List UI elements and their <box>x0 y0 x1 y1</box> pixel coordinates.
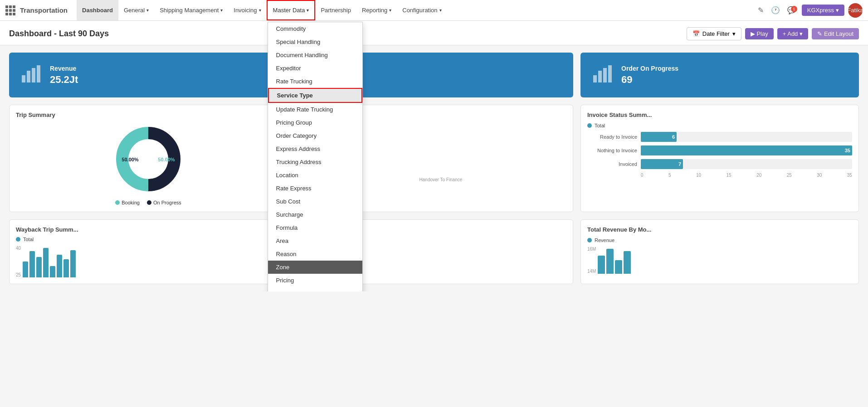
menu-item-expeditor[interactable]: Expeditor <box>268 62 362 75</box>
revenue-legend-dot <box>587 238 592 242</box>
donut-chart: 50.00% 50.00% <box>112 123 185 195</box>
bar-fill-ready: 6 <box>641 132 677 142</box>
edit-layout-btn[interactable]: ✎ Edit Layout <box>812 28 859 39</box>
menu-item-reason[interactable]: Reason <box>268 247 362 261</box>
calendar-icon: 📅 <box>692 30 700 37</box>
menu-item-document-handling[interactable]: Document Handling <box>268 48 362 62</box>
order-label: Order On Progress <box>621 65 678 72</box>
rev-bar-1 <box>598 256 605 274</box>
app-brand: Transportation <box>20 6 68 14</box>
clock-icon-btn[interactable]: 🕐 <box>769 4 782 16</box>
menu-item-formula[interactable]: Formula <box>268 221 362 234</box>
w-bar-7 <box>63 259 69 277</box>
revenue-icon <box>20 62 43 88</box>
nav-item-reporting[interactable]: Reporting ▾ <box>356 0 397 20</box>
nav-items: Dashboard General ▾ Shipping Management … <box>77 0 447 20</box>
svg-text:50.00%: 50.00% <box>122 157 139 162</box>
revenue-legend: Revenue <box>587 237 852 243</box>
invoice-legend-dot <box>587 123 592 128</box>
menu-item-location[interactable]: Location <box>268 169 362 182</box>
wayback-card: Wayback Trip Summ... Total 4025 <box>9 219 288 284</box>
shipping-arrow: ▾ <box>220 8 223 13</box>
edit-icon-btn[interactable]: ✎ <box>756 4 766 16</box>
svg-rect-0 <box>22 75 25 82</box>
date-filter-btn[interactable]: 📅 Date Filter ▾ <box>687 27 741 40</box>
nav-item-invoicing[interactable]: Invoicing ▾ <box>228 0 266 20</box>
menu-item-express-address[interactable]: Express Address <box>268 142 362 155</box>
w-bar-3 <box>36 257 42 277</box>
general-arrow: ▾ <box>146 8 149 13</box>
menu-item-pricing-group[interactable]: Pricing Group <box>268 116 362 129</box>
date-filter-arrow: ▾ <box>732 30 736 37</box>
w-bar-4 <box>43 248 49 277</box>
app-grid-icon[interactable] <box>5 5 15 15</box>
menu-item-sub-cost[interactable]: Sub Cost <box>268 195 362 208</box>
wayback-bars <box>23 248 281 277</box>
bar-fill-invoiced: 7 <box>641 159 683 169</box>
menu-item-service-type[interactable]: Service Type <box>268 88 362 103</box>
nav-item-configuration[interactable]: Configuration ▾ <box>397 0 447 20</box>
total-revenue-title: Total Revenue By Mo... <box>587 226 852 233</box>
menu-item-trucking-address[interactable]: Trucking Address <box>268 155 362 169</box>
menu-item-order-category[interactable]: Order Category <box>268 129 362 142</box>
bar-label-ready: Ready to Invoice <box>587 134 637 140</box>
bar-track-ready: 6 <box>641 132 852 142</box>
nav-item-shipping[interactable]: Shipping Management ▾ <box>154 0 228 20</box>
revenue-label: Revenue <box>50 65 78 72</box>
avatar[interactable]: Fatika <box>848 3 863 18</box>
play-btn[interactable]: ▶ Play <box>745 28 774 39</box>
bar-row-invoiced: Invoiced 7 <box>587 159 852 169</box>
bar-row-nothing: Nothing to Invoice 35 <box>587 145 852 155</box>
top-navigation: Transportation Dashboard General ▾ Shipp… <box>0 0 868 21</box>
wayback-legend: Total <box>16 237 281 242</box>
menu-item-surcharge[interactable]: Surcharge <box>268 208 362 221</box>
nav-item-dashboard[interactable]: Dashboard <box>77 0 118 20</box>
user-arrow: ▾ <box>836 7 839 14</box>
nav-item-partnership[interactable]: Partnership <box>315 0 356 20</box>
w-bar-1 <box>23 262 28 277</box>
bar-track-nothing: 35 <box>641 145 852 155</box>
menu-item-area[interactable]: Area <box>268 234 362 247</box>
revenue-value: 25.2Jt <box>50 74 78 86</box>
legend-on-progress: On Progress <box>147 200 181 205</box>
menu-item-special-handling[interactable]: Special Handling <box>268 35 362 48</box>
wayback-bar-chart: 4025 <box>16 246 281 277</box>
user-menu-btn[interactable]: KGXpress ▾ <box>802 5 844 16</box>
menu-item-rate-express[interactable]: Rate Express <box>268 182 362 195</box>
nav-item-general[interactable]: General ▾ <box>118 0 154 20</box>
svg-rect-3 <box>37 65 40 82</box>
order-info: Order On Progress 69 <box>621 65 678 86</box>
rev-bar-3 <box>615 260 622 274</box>
menu-item-rate-trucking[interactable]: Rate Trucking <box>268 75 362 88</box>
bar-fill-nothing: 35 <box>641 145 852 155</box>
on-progress-dot <box>147 200 151 205</box>
menu-item-update-rate-trucking[interactable]: Update Rate Trucking <box>268 103 362 116</box>
trip-summary-title: Trip Summary <box>16 111 281 118</box>
order-on-progress-card: Order On Progress 69 <box>580 53 859 97</box>
invoicing-arrow: ▾ <box>259 8 261 13</box>
invoice-axis: 05101520253035 <box>587 173 852 178</box>
bar-label-nothing: Nothing to Invoice <box>587 148 637 153</box>
invoice-status-title: Invoice Status Summ... <box>587 111 852 118</box>
menu-item-zone[interactable]: Zone <box>268 261 362 274</box>
svg-text:50.00%: 50.00% <box>158 157 175 162</box>
bar-track-invoiced: 7 <box>641 159 852 169</box>
master-data-arrow: ▾ <box>307 8 309 13</box>
pie-legend: Booking On Progress <box>115 200 181 205</box>
menu-item-pricing[interactable]: Pricing <box>268 274 362 287</box>
menu-item-commodity[interactable]: Commodity <box>268 22 362 35</box>
nav-item-master-data[interactable]: Master Data ▾ Commodity Special Handling… <box>267 0 316 20</box>
w-bar-6 <box>57 255 62 277</box>
revenue-bars <box>598 249 852 274</box>
revenue-info: Revenue 25.2Jt <box>50 65 78 86</box>
wayback-title: Wayback Trip Summ... <box>16 226 281 233</box>
total-revenue-card: Total Revenue By Mo... Revenue 16M14M <box>580 219 859 284</box>
rev-bar-4 <box>624 251 631 274</box>
wayback-y-axis: 4025 <box>16 246 21 277</box>
order-icon <box>591 62 614 88</box>
master-data-dropdown: Commodity Special Handling Document Hand… <box>268 22 363 291</box>
menu-item-routing[interactable]: Routing <box>268 287 362 291</box>
wayback-legend-dot <box>16 237 20 242</box>
dashboard-row1: Revenue 25.2Jt Order On Progress 69 <box>0 45 868 219</box>
add-btn[interactable]: + Add ▾ <box>777 28 809 39</box>
